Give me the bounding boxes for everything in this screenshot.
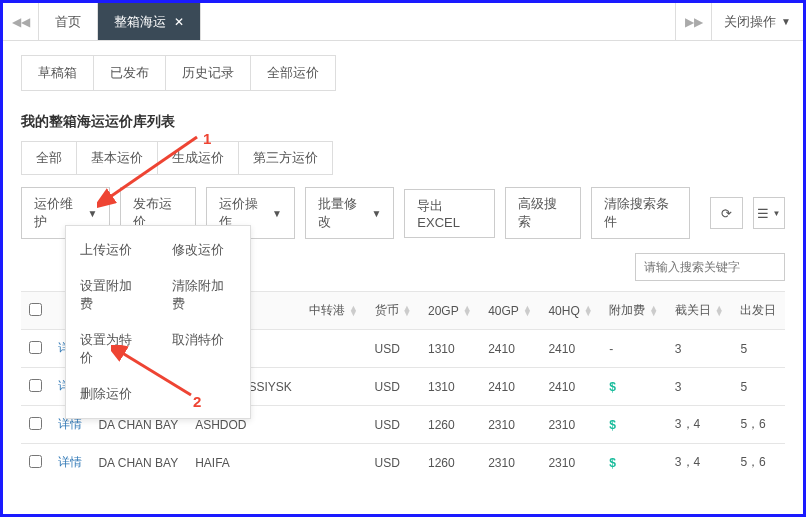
- cell-currency: USD: [367, 330, 420, 368]
- cell-40gp: 2410: [480, 368, 540, 406]
- export-excel-button[interactable]: 导出EXCEL: [404, 189, 495, 238]
- chevron-down-icon: ▼: [772, 209, 780, 218]
- header-transit[interactable]: 中转港▲▼: [301, 292, 367, 330]
- filter-all[interactable]: 全部: [21, 141, 77, 175]
- cell-40hq: 2310: [540, 406, 601, 444]
- header-surcharge[interactable]: 附加费▲▼: [601, 292, 667, 330]
- cell-cutoff: 3，4: [667, 444, 733, 482]
- cell-currency: USD: [367, 444, 420, 482]
- cell-surcharge: -: [601, 330, 667, 368]
- close-operations-button[interactable]: 关闭操作 ▼: [711, 3, 803, 40]
- cell-cutoff: 3: [667, 368, 733, 406]
- nav-next-icon[interactable]: ▶▶: [675, 3, 711, 40]
- refresh-button[interactable]: ⟳: [710, 197, 742, 229]
- cell-20gp: 1310: [420, 368, 480, 406]
- cell-40hq: 2410: [540, 368, 601, 406]
- batch-edit-button[interactable]: 批量修改 ▼: [305, 187, 394, 239]
- subtab-history[interactable]: 历史记录: [166, 56, 251, 90]
- cell-transit: [301, 406, 367, 444]
- sub-tab-bar: 草稿箱 已发布 历史记录 全部运价: [21, 55, 336, 91]
- header-40gp[interactable]: 40GP▲▼: [480, 292, 540, 330]
- table-row: 详情DA CHAN BAYHAIFAUSD126023102310$3，45，6: [21, 444, 785, 482]
- sort-icon: ▲▼: [463, 306, 472, 316]
- cell-cutoff: 3: [667, 330, 733, 368]
- cell-40hq: 2310: [540, 444, 601, 482]
- cell-40gp: 2310: [480, 444, 540, 482]
- sort-icon: ▲▼: [403, 306, 412, 316]
- cell-transit: [301, 330, 367, 368]
- subtab-draft[interactable]: 草稿箱: [22, 56, 94, 90]
- top-tab-bar: ◀◀ 首页 整箱海运 ✕ ▶▶ 关闭操作 ▼: [3, 3, 803, 41]
- filter-generated[interactable]: 生成运价: [158, 141, 239, 175]
- list-view-button[interactable]: ☰▼: [753, 197, 785, 229]
- advanced-search-button[interactable]: 高级搜索: [505, 187, 580, 239]
- cell-currency: USD: [367, 368, 420, 406]
- section-title: 我的整箱海运运价库列表: [21, 113, 785, 131]
- rate-maintain-dropdown: 上传运价修改运价设置附加费清除附加费设置为特价取消特价删除运价: [65, 225, 251, 419]
- cell-transit: [301, 368, 367, 406]
- sort-icon: ▲▼: [649, 306, 658, 316]
- dd-item-1-r[interactable]: 清除附加费: [158, 268, 250, 322]
- cell-currency: USD: [367, 406, 420, 444]
- row-checkbox[interactable]: [29, 379, 42, 392]
- filter-basic[interactable]: 基本运价: [77, 141, 158, 175]
- row-checkbox[interactable]: [29, 417, 42, 430]
- cell-depart: 5: [732, 330, 785, 368]
- header-currency[interactable]: 货币▲▼: [367, 292, 420, 330]
- annotation-label-2: 2: [193, 393, 201, 410]
- cell-40gp: 2310: [480, 406, 540, 444]
- cell-20gp: 1260: [420, 444, 480, 482]
- close-ops-label: 关闭操作: [724, 13, 776, 31]
- dd-item-3-r: [158, 376, 250, 412]
- cell-cutoff: 3，4: [667, 406, 733, 444]
- subtab-published[interactable]: 已发布: [94, 56, 166, 90]
- cell-transit: [301, 444, 367, 482]
- dd-item-1-l[interactable]: 设置附加费: [66, 268, 158, 322]
- tab-fcl-label: 整箱海运: [114, 13, 166, 31]
- sort-icon: ▲▼: [584, 306, 593, 316]
- cell-surcharge: $: [601, 368, 667, 406]
- detail-link[interactable]: 详情: [58, 455, 82, 469]
- tab-fcl-sea[interactable]: 整箱海运 ✕: [98, 3, 201, 40]
- header-checkbox[interactable]: [21, 292, 50, 330]
- chevron-down-icon: ▼: [371, 208, 381, 219]
- cell-depart: 5，6: [732, 444, 785, 482]
- row-checkbox[interactable]: [29, 341, 42, 354]
- cell-origin: DA CHAN BAY: [90, 444, 187, 482]
- header-depart[interactable]: 出发日: [732, 292, 785, 330]
- chevron-down-icon: ▼: [87, 208, 97, 219]
- dd-item-0-r[interactable]: 修改运价: [158, 232, 250, 268]
- chevron-down-icon: ▼: [781, 16, 791, 27]
- cell-dest: HAIFA: [187, 444, 301, 482]
- filter-thirdparty[interactable]: 第三方运价: [239, 141, 333, 175]
- search-input[interactable]: [635, 253, 785, 281]
- cell-20gp: 1310: [420, 330, 480, 368]
- detail-link[interactable]: 详情: [58, 417, 82, 431]
- cell-40gp: 2410: [480, 330, 540, 368]
- chevron-down-icon: ▼: [272, 208, 282, 219]
- cell-depart: 5，6: [732, 406, 785, 444]
- sort-icon: ▲▼: [715, 306, 724, 316]
- dd-item-2-r[interactable]: 取消特价: [158, 322, 250, 376]
- header-40hq[interactable]: 40HQ▲▼: [540, 292, 601, 330]
- row-checkbox[interactable]: [29, 455, 42, 468]
- batch-edit-label: 批量修改: [318, 195, 366, 231]
- tab-home-label: 首页: [55, 13, 81, 31]
- subtab-all[interactable]: 全部运价: [251, 56, 335, 90]
- nav-prev-icon[interactable]: ◀◀: [3, 3, 39, 40]
- refresh-icon: ⟳: [721, 206, 732, 221]
- header-cutoff[interactable]: 截关日▲▼: [667, 292, 733, 330]
- sort-icon: ▲▼: [349, 306, 358, 316]
- dd-item-3-l[interactable]: 删除运价: [66, 376, 158, 412]
- filter-row: 全部 基本运价 生成运价 第三方运价: [21, 141, 785, 175]
- annotation-label-1: 1: [203, 130, 211, 147]
- cell-surcharge: $: [601, 406, 667, 444]
- header-20gp[interactable]: 20GP▲▼: [420, 292, 480, 330]
- clear-search-button[interactable]: 清除搜索条件: [591, 187, 691, 239]
- list-icon: ☰: [757, 206, 769, 221]
- tab-home[interactable]: 首页: [39, 3, 98, 40]
- dd-item-0-l[interactable]: 上传运价: [66, 232, 158, 268]
- dd-item-2-l[interactable]: 设置为特价: [66, 322, 158, 376]
- cell-depart: 5: [732, 368, 785, 406]
- tab-close-icon[interactable]: ✕: [174, 15, 184, 29]
